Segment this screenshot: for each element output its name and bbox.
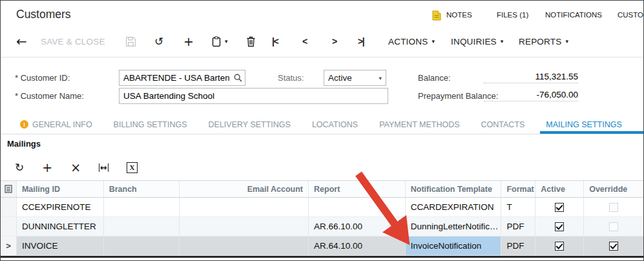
previous-record-icon: < <box>302 36 307 47</box>
column-header-report[interactable]: Report <box>309 181 406 197</box>
row-indicator-cell[interactable]: > <box>1 236 17 256</box>
column-header-active[interactable]: Active <box>535 181 584 197</box>
warning-icon: ! <box>20 120 28 129</box>
cell-format[interactable]: PDF <box>501 236 535 256</box>
cell-override <box>584 217 643 236</box>
table-row[interactable]: DUNNINGLETTER AR.66.10.00 DunningLetterN… <box>1 217 643 236</box>
cell-branch[interactable] <box>104 198 180 217</box>
override-checkbox[interactable] <box>609 242 618 251</box>
cell-notification-template[interactable]: CCARDEXPIRATION <box>406 198 502 217</box>
tab-delivery-settings[interactable]: DELIVERY SETTINGS <box>209 115 291 134</box>
column-header-email-account[interactable]: Email Account <box>180 181 309 197</box>
files-link[interactable]: FILES (1) <box>497 11 528 19</box>
tab-locations[interactable]: LOCATIONS <box>312 115 358 134</box>
tab-general-info[interactable]: ! GENERAL INFO <box>20 115 92 134</box>
tab-mailing-settings[interactable]: MAILING SETTINGS <box>546 115 621 134</box>
plus-icon: + <box>42 160 52 174</box>
last-record-icon: >| <box>358 36 364 47</box>
customer-id-field[interactable] <box>119 70 245 86</box>
delete-button[interactable] <box>246 32 256 51</box>
save-button[interactable] <box>125 32 136 51</box>
cell-active <box>535 198 584 217</box>
next-record-icon: > <box>332 36 337 47</box>
grid-settings-icon <box>5 185 12 193</box>
cell-email-account[interactable] <box>180 217 309 236</box>
active-checkbox[interactable] <box>555 203 564 212</box>
lookup-magnifier-icon[interactable] <box>234 74 242 82</box>
column-header-override[interactable]: Overridde <box>584 181 643 197</box>
notifications-link[interactable]: NOTIFICATIONS <box>545 11 602 19</box>
export-to-excel-button[interactable]: X <box>127 162 138 173</box>
grid-header-row: Mailing ID Branch Email Account Report N… <box>1 180 643 198</box>
customer-name-field[interactable] <box>119 88 388 104</box>
column-header-mailing-id[interactable]: Mailing ID <box>17 181 104 197</box>
undo-icon: ↺ <box>154 35 163 48</box>
active-checkbox[interactable] <box>555 222 564 231</box>
cell-notification-template[interactable]: DunningLetterNotification <box>406 217 502 236</box>
status-label: Status: <box>278 73 304 83</box>
cell-format[interactable]: T <box>501 198 535 217</box>
cell-mailing-id[interactable]: CCEXPIRENOTE <box>17 198 104 217</box>
fit-width-icon: ↔ <box>99 163 109 172</box>
main-toolbar: ← SAVE & CLOSE ↺ + ▾ |< < > >| ACTIONS▾ … <box>1 32 643 52</box>
inquiries-menu[interactable]: INQUIRIES▾ <box>451 32 503 51</box>
table-row[interactable]: CCEXPIRENOTE CCARDEXPIRATION T <box>1 198 643 217</box>
last-record-button[interactable]: >| <box>358 32 364 51</box>
column-header-format[interactable]: Format <box>501 181 535 197</box>
back-icon: ← <box>16 34 27 49</box>
cell-mailing-id[interactable]: DUNNINGLETTER <box>17 217 104 236</box>
fit-to-screen-button[interactable]: ↔ <box>99 163 109 172</box>
previous-record-button[interactable]: < <box>302 32 307 51</box>
trash-icon <box>246 36 256 47</box>
undo-button[interactable]: ↺ <box>154 32 163 51</box>
refresh-button[interactable]: ↻ <box>15 161 24 174</box>
grid-toolbar: ↻ + × ↔ X <box>1 157 138 178</box>
tab-payment-methods[interactable]: PAYMENT METHODS <box>379 115 459 134</box>
cell-branch[interactable] <box>104 217 180 236</box>
cell-report[interactable]: AR.66.10.00 <box>309 217 406 236</box>
selected-row-indicator: > <box>6 241 11 251</box>
plus-icon: + <box>183 34 194 48</box>
back-button[interactable]: ← <box>16 32 27 51</box>
next-record-button[interactable]: > <box>332 32 337 51</box>
cell-mailing-id[interactable]: INVOICE <box>17 236 104 256</box>
table-row[interactable]: > INVOICE AR.64.10.00 InvoiceNotificatio… <box>1 236 643 256</box>
cell-email-account[interactable] <box>180 236 309 256</box>
save-and-close-button[interactable]: SAVE & CLOSE <box>41 32 105 51</box>
customization-link[interactable]: CUSTOMIZATION <box>618 11 644 19</box>
cell-branch[interactable] <box>104 236 180 256</box>
row-indicator-cell[interactable] <box>1 198 17 217</box>
reports-menu[interactable]: REPORTS▾ <box>519 32 568 51</box>
customer-id-field-wrap <box>119 70 245 86</box>
column-header-branch[interactable]: Branch <box>104 181 180 197</box>
status-select[interactable]: Active ▾ <box>324 70 386 86</box>
refresh-icon: ↻ <box>15 161 24 174</box>
active-checkbox[interactable] <box>555 242 564 251</box>
tab-billing-settings[interactable]: BILLING SETTINGS <box>114 115 187 134</box>
tab-bar: ! GENERAL INFO BILLING SETTINGS DELIVERY… <box>1 115 643 134</box>
cell-email-account[interactable] <box>180 198 309 217</box>
tab-contacts[interactable]: CONTACTS <box>481 115 525 134</box>
cell-notification-template[interactable]: InvoiceNotification <box>406 236 502 256</box>
add-new-record-button[interactable]: + <box>183 32 194 51</box>
header-links: NOTES FILES (1) NOTIFICATIONS CUSTOMIZAT… <box>427 10 643 23</box>
column-header-notification-template[interactable]: Notification Template <box>406 181 502 197</box>
prepayment-balance-value: -76,050.00 <box>484 90 578 101</box>
clipboard-menu-button[interactable]: ▾ <box>212 32 228 51</box>
cell-report[interactable] <box>309 198 406 217</box>
cell-format[interactable]: PDF <box>501 217 535 236</box>
row-indicator-cell[interactable] <box>1 217 17 236</box>
delete-row-button[interactable]: × <box>70 160 81 174</box>
toolbar-separator <box>1 57 643 57</box>
first-record-button[interactable]: |< <box>272 32 278 51</box>
row-selector-header[interactable] <box>1 181 17 197</box>
notes-link[interactable]: NOTES <box>446 11 472 19</box>
chevron-down-icon: ▾ <box>501 38 504 45</box>
mailings-grid: Mailing ID Branch Email Account Report N… <box>1 180 643 256</box>
chevron-down-icon: ▾ <box>431 38 435 45</box>
actions-menu[interactable]: ACTIONS▾ <box>388 32 435 51</box>
status-value: Active <box>328 73 352 83</box>
excel-icon: X <box>127 162 138 173</box>
add-row-button[interactable]: + <box>42 160 52 174</box>
cell-report[interactable]: AR.64.10.00 <box>309 236 406 256</box>
